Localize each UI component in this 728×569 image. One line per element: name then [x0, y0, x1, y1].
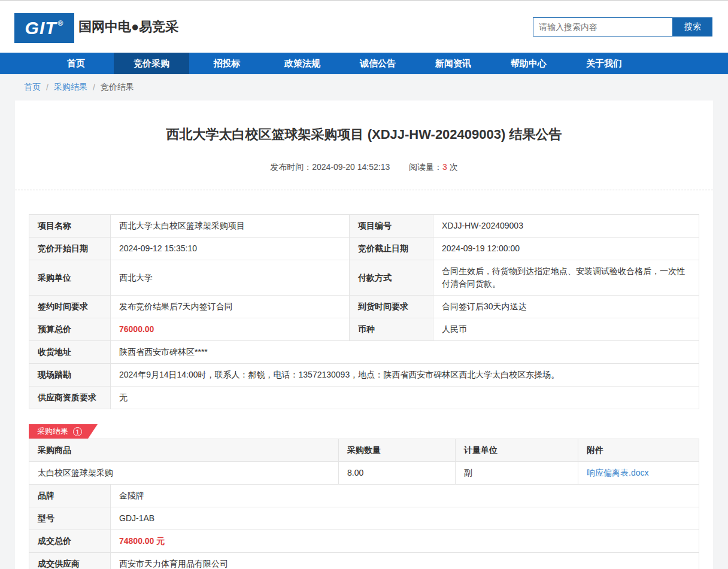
nav-item-policies[interactable]: 政策法规: [265, 53, 340, 74]
field-label: 预算总价: [29, 318, 111, 341]
nav-item-help-center[interactable]: 帮助中心: [491, 53, 566, 74]
table-row: 供应商资质要求 无: [29, 387, 699, 409]
publish-time-value: 2024-09-20 14:52:13: [312, 162, 390, 172]
table-row: 太白校区篮球架采购 8.00 副 响应偏离表.docx: [29, 462, 699, 485]
table-row: 收货地址 陕西省西安市碑林区****: [29, 341, 699, 364]
field-label: 成交总价: [29, 530, 111, 553]
page-title: 西北大学太白校区篮球架采购项目 (XDJJ-HW-202409003) 结果公告: [15, 126, 713, 144]
column-header: 附件: [578, 439, 699, 462]
field-value: 西北大学: [111, 260, 350, 296]
main-nav: 首页 竞价采购 招投标 政策法规 诚信公告 新闻资讯 帮助中心 关于我们: [0, 53, 728, 74]
field-label: 项目名称: [29, 215, 111, 238]
breadcrumb-separator: /: [93, 83, 95, 92]
field-value: 合同生效后，待货物到达指定地点、安装调试验收合格后，一次性付清合同货款。: [433, 260, 699, 296]
nav-item-bidding-procurement[interactable]: 竞价采购: [114, 53, 189, 74]
table-row: 签约时间要求 发布竞价结果后7天内签订合同 到货时间要求 合同签订后30天内送达: [29, 296, 699, 318]
breadcrumb-current: 竞价结果: [101, 82, 134, 93]
views-count: 3: [442, 162, 447, 172]
column-header: 采购数量: [339, 439, 456, 462]
procurement-result-badge: 采购结果 1: [29, 424, 98, 439]
publish-time-label: 发布时间：: [270, 162, 312, 172]
field-value: 2024年9月14日14:00时，联系人：郝锐，电话：13572130093，地…: [111, 364, 699, 387]
views-unit: 次: [450, 162, 458, 172]
nav-item-about-us[interactable]: 关于我们: [566, 53, 642, 74]
dashed-divider: [15, 190, 713, 190]
field-label: 付款方式: [350, 260, 433, 296]
nav-item-home[interactable]: 首页: [38, 53, 114, 74]
result-table: 采购商品 采购数量 计量单位 附件 太白校区篮球架采购 8.00 副 响应偏离表…: [29, 439, 699, 485]
search-box: 搜索: [533, 17, 712, 36]
nav-item-tenders[interactable]: 招投标: [189, 53, 265, 74]
breadcrumb-procurement-results[interactable]: 采购结果: [54, 82, 87, 93]
table-row: 品牌 金陵牌: [29, 485, 699, 507]
budget-total-value: 76000.00: [111, 318, 350, 341]
field-label: 供应商资质要求: [29, 387, 111, 409]
badge-label: 采购结果: [37, 426, 68, 437]
product-qty: 8.00: [339, 462, 456, 485]
field-value: 无: [111, 387, 699, 409]
field-value: 发布竞价结果后7天内签订合同: [111, 296, 350, 318]
badge-count: 1: [73, 427, 82, 436]
field-label: 到货时间要求: [350, 296, 433, 318]
field-label: 项目编号: [350, 215, 433, 238]
table-row: 现场踏勘 2024年9月14日14:00时，联系人：郝锐，电话：13572130…: [29, 364, 699, 387]
search-button[interactable]: 搜索: [673, 17, 712, 36]
table-row: 成交供应商 西安市天力体育用品有限公司: [29, 553, 699, 569]
field-label: 现场踏勘: [29, 364, 111, 387]
field-label: 型号: [29, 507, 111, 530]
table-row: 采购单位 西北大学 付款方式 合同生效后，待货物到达指定地点、安装调试验收合格后…: [29, 260, 699, 296]
field-value: 西安市天力体育用品有限公司: [111, 553, 699, 569]
field-value: XDJJ-HW-202409003: [433, 215, 699, 238]
field-value: 人民币: [433, 318, 699, 341]
announcement-meta: 发布时间：2024-09-20 14:52:13 阅读量：3 次: [15, 162, 713, 173]
search-input[interactable]: [533, 17, 673, 36]
field-label: 成交供应商: [29, 553, 111, 569]
result-detail-table: 品牌 金陵牌 型号 GDJ-1AB 成交总价 74800.00 元 成交供应商 …: [29, 484, 699, 569]
field-label: 收货地址: [29, 341, 111, 364]
field-value: 2024-09-19 12:00:00: [433, 238, 699, 260]
registered-trademark-icon: ®: [58, 19, 64, 28]
field-label: 签约时间要求: [29, 296, 111, 318]
field-value: 陕西省西安市碑林区****: [111, 341, 699, 364]
breadcrumb-separator: /: [46, 83, 48, 92]
attachment-link[interactable]: 响应偏离表.docx: [587, 468, 648, 477]
views-label: 阅读量：: [409, 162, 442, 172]
table-row: 竞价开始日期 2024-09-12 15:35:10 竞价截止日期 2024-0…: [29, 238, 699, 260]
column-header: 采购商品: [29, 439, 339, 462]
announcement-card: 西北大学太白校区篮球架采购项目 (XDJJ-HW-202409003) 结果公告…: [15, 101, 713, 569]
table-header-row: 采购商品 采购数量 计量单位 附件: [29, 439, 699, 462]
field-label: 采购单位: [29, 260, 111, 296]
field-value: 西北大学太白校区篮球架采购项目: [111, 215, 350, 238]
field-label: 币种: [350, 318, 433, 341]
site-header: GIT® 国网中电●易竞采 搜索: [0, 1, 728, 53]
deal-total-price: 74800.00 元: [111, 530, 699, 553]
site-title: 国网中电●易竞采: [78, 1, 178, 53]
project-info-table: 项目名称 西北大学太白校区篮球架采购项目 项目编号 XDJJ-HW-202409…: [29, 214, 699, 409]
field-value: 金陵牌: [111, 485, 699, 507]
table-row: 型号 GDJ-1AB: [29, 507, 699, 530]
breadcrumb-home[interactable]: 首页: [24, 82, 41, 93]
table-row: 成交总价 74800.00 元: [29, 530, 699, 553]
field-label: 竞价截止日期: [350, 238, 433, 260]
product-name: 太白校区篮球架采购: [29, 462, 339, 485]
field-label: 竞价开始日期: [29, 238, 111, 260]
field-label: 品牌: [29, 485, 111, 507]
column-header: 计量单位: [456, 439, 578, 462]
product-unit: 副: [456, 462, 578, 485]
nav-item-integrity-notices[interactable]: 诚信公告: [340, 53, 415, 74]
site-logo[interactable]: GIT®: [14, 13, 74, 43]
field-value: 合同签订后30天内送达: [433, 296, 699, 318]
field-value: 2024-09-12 15:35:10: [111, 238, 350, 260]
field-value: GDJ-1AB: [111, 507, 699, 530]
table-row: 预算总价 76000.00 币种 人民币: [29, 318, 699, 341]
table-row: 项目名称 西北大学太白校区篮球架采购项目 项目编号 XDJJ-HW-202409…: [29, 215, 699, 238]
logo-text: GIT: [25, 18, 57, 38]
breadcrumb: 首页 / 采购结果 / 竞价结果: [0, 74, 728, 101]
nav-item-news[interactable]: 新闻资讯: [415, 53, 491, 74]
